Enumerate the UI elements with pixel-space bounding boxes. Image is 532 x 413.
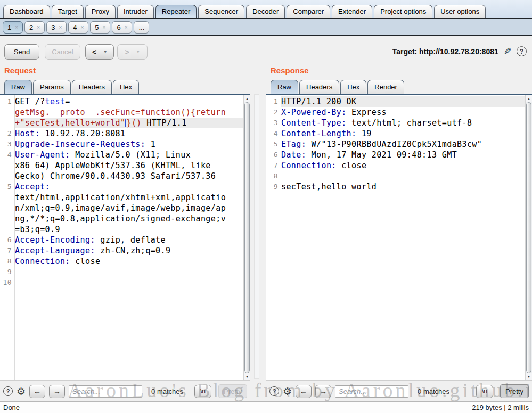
previous-request-button[interactable]: < ▼ <box>85 44 114 60</box>
tab-headers[interactable]: Headers <box>299 80 339 94</box>
search-settings-gear-icon[interactable]: ⚙ <box>283 386 292 397</box>
burp-repeater-window: DashboardTargetProxyIntruderRepeaterSequ… <box>0 0 532 413</box>
target-box: Target: http://10.92.78.20:8081 ✎ ? <box>392 46 527 57</box>
main-tab-proxy[interactable]: Proxy <box>85 5 116 18</box>
search-previous-button[interactable]: ← <box>296 385 312 398</box>
pretty-button: Pretty <box>218 384 247 398</box>
scroll-up-icon[interactable]: ▲ <box>244 95 250 102</box>
match-count: 0 matches <box>418 387 449 395</box>
repeater-tab-bar: 1×2×3×4×5×6×... <box>0 19 532 36</box>
search-next-button[interactable]: → <box>49 385 65 398</box>
main-tab-project-options[interactable]: Project options <box>374 5 432 18</box>
regex-newline-button[interactable]: \n <box>194 385 211 398</box>
close-tab-icon[interactable]: × <box>59 24 62 30</box>
previous-arrow: < <box>92 48 96 56</box>
scrollbar-thumb[interactable] <box>244 102 250 373</box>
close-tab-icon[interactable]: × <box>37 24 40 30</box>
repeater-tab-...[interactable]: ... <box>134 21 149 34</box>
repeater-tab-6[interactable]: 6× <box>112 21 132 34</box>
tab-hex[interactable]: Hex <box>113 80 139 94</box>
command-row: Send Cancel < ▼ > ▼ Target: http://10.92… <box>0 36 532 63</box>
close-tab-icon[interactable]: × <box>80 24 84 30</box>
request-editor[interactable]: 1GET /?test=getMsg.__proto__.secFunc=fun… <box>0 94 250 381</box>
pretty-button[interactable]: Pretty <box>500 384 529 398</box>
search-input[interactable] <box>69 385 142 398</box>
response-metrics: 219 bytes | 2 millis <box>472 403 529 411</box>
regex-newline-button[interactable]: \n <box>476 385 493 398</box>
request-vertical-scrollbar[interactable]: ▲ ▼ <box>243 95 250 380</box>
request-search-bar: ? ⚙ ← → 0 matches \n Pretty <box>0 381 250 401</box>
close-tab-icon[interactable]: × <box>103 24 106 30</box>
response-vertical-scrollbar[interactable]: ▲ ▼ <box>525 95 532 380</box>
divider <box>100 48 100 56</box>
search-previous-button[interactable]: ← <box>29 385 45 398</box>
response-editor[interactable]: 1HTTP/1.1 200 OK2X-Powered-By: Express3C… <box>266 94 532 381</box>
close-tab-icon[interactable]: × <box>15 24 18 30</box>
main-tab-target[interactable]: Target <box>52 5 84 18</box>
tab-render[interactable]: Render <box>367 80 404 94</box>
send-button[interactable]: Send <box>4 44 39 60</box>
main-tab-bar: DashboardTargetProxyIntruderRepeaterSequ… <box>0 0 532 19</box>
edit-target-pencil-icon[interactable]: ✎ <box>504 46 511 57</box>
search-settings-gear-icon[interactable]: ⚙ <box>17 386 26 397</box>
match-count: 0 matches <box>151 387 183 395</box>
main-tab-comparer[interactable]: Comparer <box>287 5 330 18</box>
request-text: 1GET /?test=getMsg.__proto__.secFunc=fun… <box>0 96 243 288</box>
main-tab-extender[interactable]: Extender <box>332 5 372 18</box>
scroll-up-icon[interactable]: ▲ <box>526 95 532 102</box>
scroll-down-icon[interactable]: ▼ <box>526 373 532 380</box>
scrollbar-thumb[interactable] <box>526 102 531 373</box>
tab-params[interactable]: Params <box>33 80 71 94</box>
status-bar: Done 219 bytes | 2 millis <box>0 401 532 413</box>
cancel-button: Cancel <box>45 44 80 60</box>
response-panel: Response RawHeadersHexRender 1HTTP/1.1 2… <box>266 63 532 401</box>
main-tab-sequencer[interactable]: Sequencer <box>198 5 244 18</box>
tab-hex[interactable]: Hex <box>340 80 366 94</box>
tab-headers[interactable]: Headers <box>72 80 112 94</box>
repeater-tab-4[interactable]: 4× <box>68 21 88 34</box>
status-text: Done <box>3 403 20 411</box>
main-tab-user-options[interactable]: User options <box>434 5 486 18</box>
main-tab-intruder[interactable]: Intruder <box>117 5 154 18</box>
main-tab-decoder[interactable]: Decoder <box>246 5 285 18</box>
help-icon[interactable]: ? <box>517 46 527 56</box>
repeater-tab-3[interactable]: 3× <box>46 21 67 34</box>
repeater-tab-1[interactable]: 1× <box>3 21 23 34</box>
scroll-down-icon[interactable]: ▼ <box>244 373 250 380</box>
next-arrow: > <box>125 48 129 56</box>
response-view-tabs: RawHeadersHexRender <box>271 80 404 94</box>
search-input[interactable] <box>335 385 408 398</box>
close-tab-icon[interactable]: × <box>125 24 128 30</box>
chevron-down-icon: ▼ <box>136 50 140 54</box>
response-search-bar: ? ⚙ ← → 0 matches \n Pretty <box>266 381 532 401</box>
tab-raw[interactable]: Raw <box>4 80 32 94</box>
repeater-tab-5[interactable]: 5× <box>90 21 110 34</box>
panel-splitter[interactable] <box>254 94 259 379</box>
search-next-button[interactable]: → <box>315 385 331 398</box>
chevron-down-icon[interactable]: ▼ <box>103 50 107 54</box>
request-panel: Request RawParamsHeadersHex 1GET /?test=… <box>0 63 250 401</box>
repeater-tab-2[interactable]: 2× <box>24 21 45 34</box>
request-view-tabs: RawParamsHeadersHex <box>4 80 139 94</box>
main-tab-dashboard[interactable]: Dashboard <box>3 5 50 18</box>
divider <box>133 48 133 56</box>
target-url: http://10.92.78.20:8081 <box>419 47 498 56</box>
target-url-label: Target: http://10.92.78.20:8081 <box>392 47 498 56</box>
request-panel-title: Request <box>4 66 36 75</box>
search-help-icon[interactable]: ? <box>269 386 279 396</box>
main-tab-repeater[interactable]: Repeater <box>155 5 197 18</box>
next-request-button: > ▼ <box>117 44 148 60</box>
search-help-icon[interactable]: ? <box>3 386 13 396</box>
response-panel-title: Response <box>271 66 309 75</box>
tab-raw[interactable]: Raw <box>271 80 298 94</box>
response-text: 1HTTP/1.1 200 OK2X-Powered-By: Express3C… <box>266 96 525 192</box>
